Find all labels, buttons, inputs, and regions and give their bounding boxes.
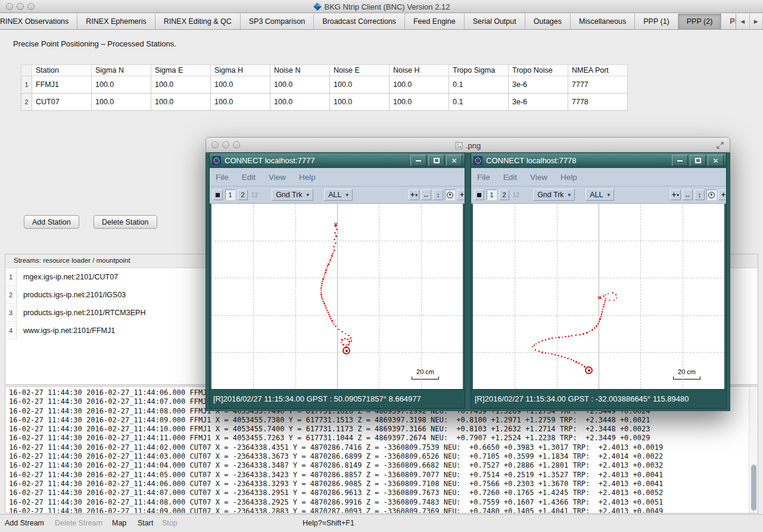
tab-ppp-1[interactable]: PPP (1) (635, 14, 678, 29)
track-point (573, 360, 575, 362)
table-cell[interactable]: CUT07 (32, 94, 92, 111)
table-cell[interactable]: 7777 (568, 76, 628, 94)
table-cell[interactable]: 100.0 (92, 94, 151, 111)
table-row: 2CUT07100.0100.0100.0100.0100.0100.00.13… (21, 94, 628, 111)
log-line: 16-02-27 11:44:30 2016-02-27_11:44:11.00… (9, 434, 748, 443)
zoom-1-button[interactable]: 1 (225, 189, 235, 200)
track-point (329, 262, 331, 263)
table-cell[interactable]: FFMJ1 (32, 76, 92, 94)
add-stream-action[interactable]: Add Stream (5, 515, 44, 532)
tab-outages[interactable]: Outages (525, 14, 571, 29)
plot-type-dropdown[interactable]: Gnd Trk ▾ (533, 189, 575, 201)
bnc-app-icon (313, 2, 322, 11)
menu-help[interactable]: Help (560, 173, 577, 182)
connect-titlebar[interactable]: CONNECT localhost:7777 ✕ (210, 153, 465, 168)
marker-size-button[interactable] (474, 189, 484, 200)
tab-rinex-observations[interactable]: RINEX Observations (0, 14, 77, 29)
menu-view[interactable]: View (269, 173, 286, 182)
image-file-icon (455, 142, 463, 150)
table-cell[interactable]: 100.0 (151, 76, 211, 94)
table-cell[interactable]: 3e-6 (509, 94, 568, 111)
zoom-1-button[interactable]: 1 (487, 189, 497, 200)
maximize-icon (434, 158, 440, 163)
fit-height-button[interactable]: ↕ (695, 189, 705, 200)
table-cell[interactable]: 100.0 (270, 94, 330, 111)
close-button[interactable]: ✕ (708, 155, 724, 166)
connect-window-7778: CONNECT localhost:7778 ✕ File Edit View … (471, 153, 727, 409)
fit-width-button[interactable]: ↔ (683, 189, 693, 200)
satellite-dropdown[interactable]: ALL ▾ (586, 189, 614, 201)
table-cell[interactable]: 100.0 (330, 76, 390, 94)
tab-ppp-2[interactable]: PPP (2) (678, 14, 722, 29)
bnc-window-icon (474, 156, 482, 165)
menu-help[interactable]: Help (299, 173, 316, 182)
table-cell[interactable]: 0.1 (449, 76, 509, 94)
menu-file[interactable]: File (216, 173, 229, 182)
track-point (605, 300, 606, 301)
center-track-button[interactable] (445, 189, 455, 200)
connect-statusbar: [R]2016/02/27 11:15:34.00 GPST : -32.003… (471, 389, 726, 408)
fit-height-button[interactable]: ↕ (433, 189, 443, 200)
bnc-window-icon (212, 156, 221, 165)
table-cell[interactable]: 100.0 (270, 76, 330, 94)
close-button[interactable]: ✕ (446, 155, 462, 166)
menu-file[interactable]: File (477, 173, 490, 182)
column-header: Sigma H (211, 65, 270, 76)
table-cell[interactable]: 100.0 (390, 76, 449, 94)
log-scrollbar-thumb[interactable] (751, 465, 756, 510)
center-track-button[interactable] (706, 189, 717, 200)
menu-view[interactable]: View (530, 173, 547, 182)
map-action[interactable]: Map (112, 515, 126, 532)
tab-serial-output[interactable]: Serial Output (465, 14, 525, 29)
tab-rinex-editing-qc[interactable]: RINEX Editing & QC (155, 14, 241, 29)
start-action[interactable]: Start (138, 515, 153, 532)
table-cell[interactable]: 100.0 (92, 76, 151, 94)
scale-indicator: 20 cm (412, 368, 439, 379)
track-point (575, 334, 577, 336)
tab-rinex-ephemeris[interactable]: RINEX Ephemeris (77, 14, 155, 29)
plot-type-dropdown[interactable]: Gnd Trk ▾ (272, 189, 313, 201)
maximize-button[interactable] (428, 155, 444, 166)
track-point (535, 343, 537, 345)
log-scrollbar[interactable] (749, 387, 758, 513)
png-viewer-titlebar[interactable]: .png (205, 137, 730, 153)
menu-edit[interactable]: Edit (503, 173, 517, 182)
satellite-dropdown[interactable]: ALL ▾ (324, 189, 353, 201)
minimize-button[interactable] (410, 155, 426, 166)
main-titlebar[interactable]: BKG Ntrip Client (BNC) Version 2.12 (0, 0, 763, 13)
pan-tool-button[interactable]: + (718, 189, 727, 200)
add-station-button[interactable]: Add Station (24, 215, 79, 229)
track-point (344, 338, 346, 340)
png-viewer-content: CONNECT localhost:7777 ✕ File Edit View … (205, 153, 730, 411)
maximize-button[interactable] (690, 155, 706, 166)
tab-overflow[interactable]: PPP (721, 14, 736, 29)
tab-scroll-left-icon[interactable]: ◀ (736, 14, 750, 29)
table-cell[interactable]: 100.0 (390, 94, 449, 111)
table-cell[interactable]: 0.1 (449, 94, 509, 111)
delete-station-button[interactable]: Delete Station (94, 215, 157, 229)
zoom-2-button[interactable]: 2 (499, 189, 509, 200)
plot-area[interactable]: 20 cm ✕ (471, 204, 726, 389)
connect-titlebar[interactable]: CONNECT localhost:7778 ✕ (471, 153, 726, 168)
tab-sp3-comparison[interactable]: SP3 Comparison (241, 14, 314, 29)
table-cell[interactable]: 100.0 (151, 94, 211, 111)
fullscreen-icon[interactable] (716, 141, 724, 150)
tab-miscellaneous[interactable]: Miscellaneous (571, 14, 635, 29)
tab-broadcast-corrections[interactable]: Broadcast Corrections (314, 14, 405, 29)
plot-area[interactable]: 20 cm ✕ (210, 204, 465, 389)
table-cell[interactable]: 100.0 (211, 76, 270, 94)
menu-edit[interactable]: Edit (242, 173, 256, 182)
pan-tool-button[interactable]: + (457, 189, 465, 200)
tab-scroll-right-icon[interactable]: ▶ (750, 14, 763, 29)
marker-size-button[interactable] (213, 189, 223, 200)
zoom-tool-button[interactable]: +▾ (670, 189, 681, 200)
table-cell[interactable]: 3e-6 (509, 76, 568, 94)
table-cell[interactable]: 100.0 (211, 94, 270, 111)
tab-feed-engine[interactable]: Feed Engine (405, 14, 465, 29)
zoom-tool-button[interactable]: +▾ (409, 189, 419, 200)
table-cell[interactable]: 7778 (568, 94, 628, 111)
table-cell[interactable]: 100.0 (330, 94, 390, 111)
zoom-2-button[interactable]: 2 (238, 189, 248, 200)
minimize-button[interactable] (672, 155, 688, 166)
fit-width-button[interactable]: ↔ (421, 189, 431, 200)
